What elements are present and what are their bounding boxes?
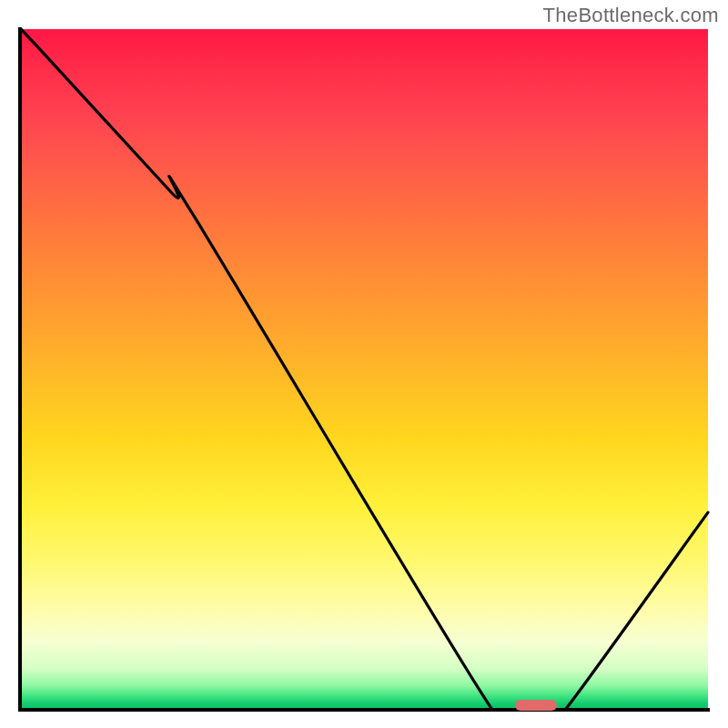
plot-area	[18, 27, 710, 712]
optimal-range-marker	[515, 700, 556, 711]
chart-container: TheBottleneck.com	[0, 0, 728, 728]
axes	[18, 27, 710, 712]
attribution-text: TheBottleneck.com	[543, 4, 719, 27]
